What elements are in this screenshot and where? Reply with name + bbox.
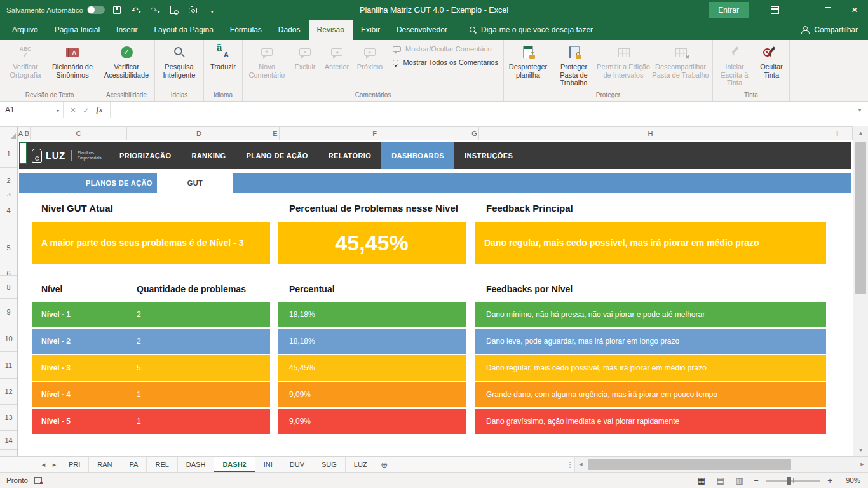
scroll-down-icon[interactable] — [853, 444, 868, 456]
tab-formulas[interactable]: Fórmulas — [222, 20, 270, 40]
level-cell[interactable]: Nível - 3 5 — [32, 355, 270, 381]
page-break-view-button[interactable] — [733, 476, 746, 485]
permitir-edicao-intervalos-button[interactable]: Permitir a Edição de Intervalos — [597, 40, 650, 90]
sheet-tab-dash2[interactable]: DASH2 — [214, 457, 255, 472]
new-sheet-button[interactable] — [376, 457, 393, 472]
dicionario-de-sinonimos-button[interactable]: Dicionário de Sinônimos — [48, 40, 97, 90]
redo-dropdown-icon[interactable] — [158, 4, 160, 16]
kpi-feedback-principal[interactable]: Dano regular, mais cedo possível, mas ir… — [475, 222, 826, 264]
verificar-acessibilidade-button[interactable]: Verificar Acessibilidade — [100, 40, 153, 90]
macro-record-icon[interactable] — [34, 477, 42, 484]
row-header[interactable]: 6 — [0, 271, 17, 276]
insert-function-button[interactable]: fx — [96, 105, 103, 115]
row-header[interactable]: 8 — [0, 276, 17, 299]
select-all-corner[interactable] — [0, 127, 18, 140]
normal-view-button[interactable] — [695, 476, 708, 485]
excluir-comentario-button[interactable]: Excluir — [290, 40, 320, 90]
row-header[interactable]: 12 — [0, 379, 17, 405]
selected-cell-a1[interactable] — [19, 142, 27, 164]
column-header-c[interactable]: C — [31, 127, 127, 140]
name-box-dropdown-icon[interactable] — [57, 105, 59, 114]
sheet-tab-rel[interactable]: REL — [147, 457, 177, 472]
tab-pagina-inicial[interactable]: Página Inicial — [46, 20, 108, 40]
tab-inserir[interactable]: Inserir — [108, 20, 146, 40]
nav-priorizacao[interactable]: PRIORIZAÇÃO — [109, 142, 181, 169]
vertical-scrollbar-thumb[interactable] — [855, 142, 866, 294]
camera-button[interactable] — [186, 3, 200, 18]
mostrar-todos-comentarios-button[interactable]: Mostrar Todos os Comentários — [393, 58, 498, 66]
zoom-out-button[interactable] — [752, 476, 760, 485]
name-box[interactable]: A1 — [0, 102, 64, 118]
share-button[interactable]: Compartilhar — [801, 20, 858, 40]
tab-arquivo[interactable]: Arquivo — [4, 20, 46, 40]
horizontal-scrollbar-thumb[interactable] — [588, 459, 791, 470]
column-header-a[interactable]: A — [18, 127, 24, 140]
column-header-f[interactable]: F — [280, 127, 470, 140]
feedback-cell[interactable]: Dano regular, mais cedo possível, mas ir… — [475, 355, 826, 381]
row-header[interactable]: 13 — [0, 405, 17, 431]
sheet-tab-pa[interactable]: PA — [121, 457, 147, 472]
subtab-planos-de-acao[interactable]: PLANOS DE AÇÃO — [86, 173, 153, 193]
tab-desenvolvedor[interactable]: Desenvolvedor — [388, 20, 456, 40]
save-button[interactable] — [110, 3, 124, 18]
sheet-tab-sug[interactable]: SUG — [313, 457, 346, 472]
column-header-h[interactable]: H — [479, 127, 822, 140]
row-header[interactable]: 14 — [0, 431, 17, 450]
nav-relatorio[interactable]: RELATÓRIO — [318, 142, 382, 169]
formula-bar-expand-icon[interactable] — [851, 102, 868, 118]
sheet-tab-pri[interactable]: PRI — [60, 457, 89, 472]
zoom-level[interactable]: 90% — [840, 477, 860, 484]
traduzir-button[interactable]: Traduzir — [205, 40, 241, 90]
scroll-up-icon[interactable] — [853, 126, 868, 139]
maximize-button[interactable] — [815, 0, 841, 20]
sheet-tab-ini[interactable]: INI — [255, 457, 281, 472]
page-layout-view-button[interactable] — [714, 476, 727, 485]
verificar-ortografia-button[interactable]: Verificar Ortografia — [3, 40, 48, 90]
feedback-cell[interactable]: Dano gravíssimo, ação imediata e vai pio… — [475, 409, 826, 434]
autosave-toggle[interactable] — [87, 6, 105, 14]
ribbon-display-options-button[interactable] — [761, 0, 788, 20]
nav-plano-de-acao[interactable]: PLANO DE AÇÃO — [236, 142, 318, 169]
sign-in-button[interactable]: Entrar — [709, 2, 749, 18]
vertical-scrollbar[interactable] — [853, 126, 868, 456]
level-cell[interactable]: Nível - 2 2 — [32, 329, 270, 354]
feedback-cell[interactable]: Grande dano, com alguma urgência, mas ir… — [475, 382, 826, 407]
column-header-e[interactable]: E — [271, 127, 280, 140]
column-header-g[interactable]: G — [470, 127, 479, 140]
kpi-percentual[interactable]: 45,45% — [278, 222, 466, 264]
horizontal-scrollbar[interactable] — [574, 457, 868, 472]
formula-input[interactable] — [111, 102, 851, 118]
percent-cell[interactable]: 45,45% — [278, 355, 466, 381]
nav-instrucoes[interactable]: INSTRUÇÕES — [454, 142, 523, 169]
column-header-d[interactable]: D — [127, 127, 271, 140]
minimize-button[interactable] — [788, 0, 815, 20]
tab-layout-da-pagina[interactable]: Layout da Página — [146, 20, 221, 40]
tab-revisao[interactable]: Revisão — [309, 20, 353, 40]
comentario-anterior-button[interactable]: Anterior — [320, 40, 353, 90]
zoom-slider-thumb[interactable] — [787, 477, 791, 485]
tab-splitter[interactable] — [566, 457, 574, 472]
pesquisa-inteligente-button[interactable]: Pesquisa Inteligente — [156, 40, 202, 90]
proximo-comentario-button[interactable]: Próximo — [353, 40, 386, 90]
horizontal-scrollbar-track[interactable] — [587, 457, 857, 472]
print-preview-button[interactable] — [167, 3, 181, 18]
undo-dropdown-icon[interactable] — [139, 4, 141, 16]
row-header[interactable]: 11 — [0, 352, 17, 379]
sheet-tab-duv[interactable]: DUV — [281, 457, 313, 472]
desproteger-planilha-button[interactable]: Desproteger planilha — [505, 40, 551, 90]
tab-exibir[interactable]: Exibir — [353, 20, 388, 40]
row-header[interactable]: 10 — [0, 325, 17, 352]
zoom-in-button[interactable] — [826, 476, 834, 485]
sheet-nav-left-icon[interactable] — [38, 457, 49, 472]
feedback-cell[interactable]: Dano leve, pode aguardar, mas irá piorar… — [475, 329, 826, 354]
proteger-pasta-trabalho-button[interactable]: Proteger Pasta de Trabalho — [551, 40, 597, 90]
descompartilhar-pasta-button[interactable]: Descompartilhar Pasta de Trabalho — [650, 40, 711, 90]
nav-ranking[interactable]: RANKING — [181, 142, 236, 169]
close-button[interactable] — [841, 0, 868, 20]
percent-cell[interactable]: 9,09% — [278, 382, 466, 407]
percent-cell[interactable]: 18,18% — [278, 329, 466, 354]
zoom-slider[interactable] — [766, 480, 820, 482]
scroll-left-icon[interactable] — [575, 457, 587, 472]
undo-button[interactable] — [129, 3, 143, 18]
redo-button[interactable] — [148, 3, 162, 18]
